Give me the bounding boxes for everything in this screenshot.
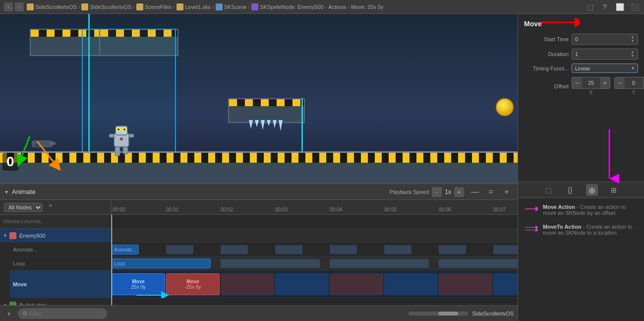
filter-icon: ⊙ <box>23 310 27 317</box>
scene-editor: 0 <box>0 14 518 321</box>
svg-rect-8 <box>109 134 114 137</box>
timing-select-container: Linear ▾ <box>572 64 638 73</box>
help-button[interactable]: ? <box>599 1 610 12</box>
app-name-label: SideScrollertvOS <box>472 311 514 317</box>
offset-x-field: − + X <box>572 77 610 95</box>
svg-point-5 <box>123 128 125 130</box>
scrollbar-thumb[interactable] <box>438 312 458 316</box>
action-type-file-button[interactable]: ⬚ <box>542 184 554 196</box>
breadcrumb-item-2[interactable]: SideScrollertvOS <box>81 3 131 10</box>
scatter-animate-2 <box>221 245 248 254</box>
scene-canvas[interactable]: 0 <box>0 14 518 184</box>
scatter-animate-1 <box>166 245 193 254</box>
nodes-filter-select[interactable]: All Nodes <box>4 203 43 212</box>
duration-label: Duration <box>524 51 569 57</box>
inspector-title: Move <box>524 20 638 28</box>
new-file-button[interactable]: ⬚ <box>585 1 595 12</box>
scatter-move-1 <box>221 273 274 295</box>
equalize-button[interactable]: = <box>485 186 497 198</box>
breadcrumb-item-actions[interactable]: Actions <box>328 4 346 10</box>
moveto-action-name: MoveTo Action <box>543 224 582 230</box>
breadcrumb-item-move[interactable]: Move: 25x 0y <box>351 4 383 10</box>
nodes-filter-chevron-icon: ⌃ <box>48 203 54 211</box>
timing-select[interactable]: Linear ▾ <box>572 64 638 73</box>
breadcrumb-item-1[interactable]: SideScrollertvOS <box>27 3 77 10</box>
start-time-stepper[interactable]: ▲ ▼ <box>631 35 635 43</box>
timeline-chevron-icon[interactable]: ▾ <box>5 189 8 195</box>
move-action-desc: Move Action - Create an action to move a… <box>543 204 638 216</box>
panel-toggle-button[interactable]: ⬛ <box>629 1 640 12</box>
speed-value: 1x <box>445 189 451 195</box>
back-button[interactable]: ‹ <box>4 2 13 11</box>
breadcrumb-item-6[interactable]: SKSpriteNode: Enemy500 <box>251 3 323 10</box>
add-button[interactable]: + <box>501 186 513 198</box>
platform-middle <box>228 98 305 123</box>
duration-input[interactable]: 1 ▲ ▼ <box>572 49 638 60</box>
offset-label: Offset <box>524 83 569 89</box>
start-time-value: 0 <box>575 36 578 42</box>
bullet-expand-icon: ▾ <box>4 302 6 305</box>
inspector-toggle-button[interactable]: ⬜ <box>614 1 625 12</box>
scatter-move-3 <box>330 273 383 295</box>
offset-y-minus-button[interactable]: − <box>615 77 625 88</box>
animate-track-row: Animate... <box>112 243 518 257</box>
timeline-header-left: ▾ Animate <box>5 188 36 195</box>
nav-buttons: ‹ › <box>4 2 24 11</box>
action-type-grid-button[interactable]: ⊞ <box>608 184 620 196</box>
time-ruler: 00:00 00:01 00:02 00:03 00:04 00:05 00:0… <box>112 200 518 215</box>
node-item-bullet[interactable]: ▾ BulletLabel <box>0 298 111 305</box>
start-time-label: Start Time <box>524 36 569 42</box>
timeline-tracks: 00:00 00:01 00:02 00:03 00:04 00:05 00:0… <box>112 200 518 305</box>
offset-y-input[interactable] <box>625 79 643 87</box>
animate-block[interactable]: Animate... <box>112 245 139 255</box>
timeline-header: ▾ Animate Playback Speed - 1x + — = + <box>0 184 518 200</box>
move-block-red-label: Move <box>186 279 199 284</box>
move-track-label[interactable]: Move <box>10 270 111 298</box>
floor-stripe <box>0 151 518 184</box>
timeline-scrollbar[interactable] <box>409 312 468 316</box>
speed-decrease-button[interactable]: - <box>432 187 442 197</box>
breadcrumb: SideScrollertvOS › SideScrollertvOS › Sc… <box>27 3 383 10</box>
time-marker-4: 00:04 <box>330 207 342 212</box>
collapsed-group-label: Standard Animati... <box>3 219 45 224</box>
scatter-move-5 <box>439 273 492 295</box>
offset-x-input[interactable] <box>582 79 600 87</box>
duration-row: Duration 1 ▲ ▼ <box>524 49 638 60</box>
time-marker-2: 00:02 <box>221 207 233 212</box>
inspector-top: Move Start Time 0 ▲ ▼ Duration 1 <box>518 14 644 182</box>
breadcrumb-item-5[interactable]: SKScene <box>216 3 247 10</box>
speed-increase-button[interactable]: + <box>454 187 464 197</box>
nodes-header: All Nodes ⌃ <box>0 200 111 215</box>
action-list: Move Action - Create an action to move a… <box>518 198 644 321</box>
offset-row: Offset − + X − <box>524 77 638 95</box>
move-action-arrow <box>524 205 538 214</box>
svg-line-17 <box>37 141 57 166</box>
filter-input[interactable] <box>29 311 102 317</box>
offset-x-minus-button[interactable]: − <box>572 77 582 88</box>
action-type-code-button[interactable]: {} <box>564 184 576 196</box>
playhead[interactable] <box>112 215 112 305</box>
moveto-action-arrow <box>524 225 538 234</box>
loop-block[interactable]: Loop <box>112 258 211 268</box>
offset-x-plus-button[interactable]: + <box>600 77 610 88</box>
breadcrumb-item-4[interactable]: Level1.sks <box>176 3 211 10</box>
start-time-input[interactable]: 0 ▲ ▼ <box>572 34 638 45</box>
minimize-button[interactable]: — <box>469 186 481 198</box>
node-item-enemy500[interactable]: ▾ Enemy500 <box>0 229 111 243</box>
forward-button[interactable]: › <box>15 2 24 11</box>
main-area: 0 <box>0 14 644 321</box>
move-block-label: Move <box>132 279 145 284</box>
duration-stepper[interactable]: ▲ ▼ <box>631 50 635 58</box>
time-marker-5: 00:05 <box>384 207 397 212</box>
node-tree: Standard Animati... ▾ Enemy500 Animate..… <box>0 215 111 305</box>
duration-down-icon[interactable]: ▼ <box>631 54 635 58</box>
timeline-panel: ▾ Animate Playback Speed - 1x + — = + <box>0 184 518 305</box>
action-type-circle-button[interactable]: ◎ <box>586 184 598 196</box>
animate-label: Animate <box>12 188 36 195</box>
node-icon-bullet <box>9 302 16 306</box>
time-marker-7: 00:07 <box>493 207 506 212</box>
start-time-down-icon[interactable]: ▼ <box>631 39 635 43</box>
svg-point-4 <box>117 128 119 130</box>
add-node-button[interactable]: + <box>4 309 14 319</box>
breadcrumb-item-3[interactable]: SceneFiles <box>136 3 172 10</box>
